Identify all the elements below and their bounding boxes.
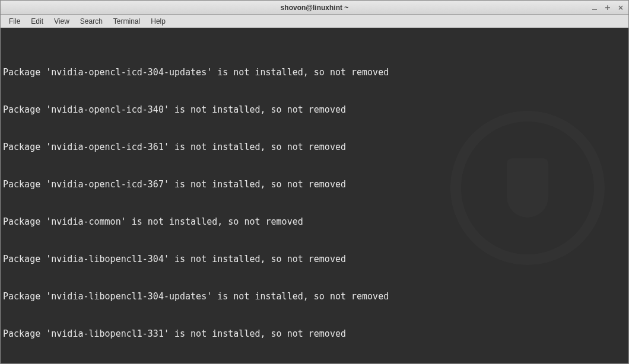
terminal-viewport[interactable]: Package 'nvidia-opencl-icd-304-updates' … (1, 28, 628, 363)
term-line: Package 'nvidia-common' is not installed… (3, 216, 626, 228)
close-button[interactable] (617, 4, 625, 12)
term-line: Package 'nvidia-libopencl1-304-updates' … (3, 290, 626, 303)
term-line: Package 'nvidia-opencl-icd-304-updates' … (3, 66, 626, 79)
menu-file[interactable]: File (4, 16, 25, 27)
menu-terminal[interactable]: Terminal (109, 16, 145, 27)
term-line: Package 'nvidia-opencl-icd-367' is not i… (3, 178, 626, 191)
menubar: File Edit View Search Terminal Help (1, 15, 628, 28)
app-window: shovon@linuxhint ~ File Edit View Search… (0, 0, 629, 364)
term-line: Package 'nvidia-libopencl1-304' is not i… (3, 253, 626, 266)
menu-help[interactable]: Help (146, 16, 170, 27)
term-line: Package 'nvidia-libopencl1-331' is not i… (3, 328, 626, 340)
titlebar: shovon@linuxhint ~ (1, 1, 628, 15)
window-title: shovon@linuxhint ~ (281, 4, 349, 12)
term-line: Package 'nvidia-opencl-icd-340' is not i… (3, 104, 626, 116)
window-controls (590, 4, 625, 12)
term-line: Package 'nvidia-opencl-icd-361' is not i… (3, 141, 626, 154)
menu-edit[interactable]: Edit (26, 16, 48, 27)
menu-view[interactable]: View (49, 16, 74, 27)
minimize-button[interactable] (590, 4, 599, 12)
menu-search[interactable]: Search (75, 16, 107, 27)
maximize-button[interactable] (603, 4, 612, 12)
